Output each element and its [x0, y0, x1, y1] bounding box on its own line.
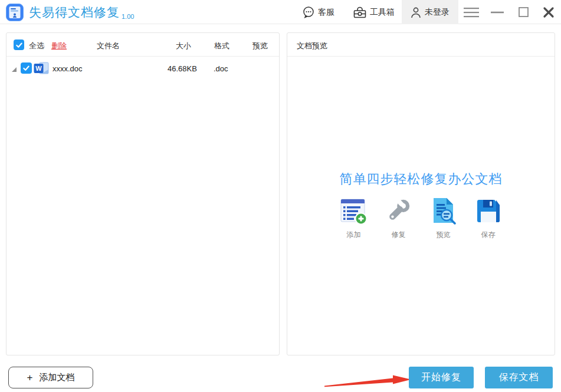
app-version: 1.00 — [122, 13, 134, 20]
check-icon — [22, 64, 31, 73]
file-checkbox[interactable] — [21, 62, 32, 74]
file-row[interactable]: W xxxx.doc 46.68KB .doc — [6, 57, 279, 80]
customer-service-button[interactable]: 客服 — [302, 6, 334, 19]
file-name: xxxx.doc — [53, 64, 83, 73]
customer-service-label: 客服 — [318, 7, 334, 18]
user-icon — [411, 6, 421, 18]
word-file-icon: W — [34, 62, 50, 75]
add-document-button[interactable]: + 添加文档 — [8, 367, 93, 388]
toolbox-icon — [353, 6, 367, 19]
login-status-label: 未登录 — [425, 7, 450, 18]
close-icon — [543, 6, 555, 18]
step-label-save: 保存 — [481, 230, 496, 240]
slogan-text: 简单四步轻松修复办公文档 — [287, 170, 555, 188]
login-status-button[interactable]: 未登录 — [402, 0, 458, 24]
maximize-button[interactable] — [510, 0, 536, 24]
chat-bubble-icon — [302, 6, 315, 19]
file-list-header: 全选 删除 文件名 大小 格式 预览 — [6, 33, 279, 57]
preview-document-icon — [430, 197, 457, 225]
check-icon — [15, 41, 24, 50]
step-repair: 修复 — [385, 197, 413, 240]
minimize-button[interactable] — [484, 0, 510, 24]
app-logo-icon — [6, 4, 24, 21]
hamburger-menu-icon — [463, 6, 480, 18]
file-list-panel: 全选 删除 文件名 大小 格式 预览 W xxxx.doc 46.68KB .d… — [6, 32, 280, 355]
toolbox-button[interactable]: 工具箱 — [353, 6, 395, 19]
preview-panel-header: 文档预览 — [287, 33, 555, 57]
add-document-label: 添加文档 — [39, 372, 74, 383]
step-add: 添加 — [340, 197, 368, 240]
steps-row: 添加 修复 — [287, 197, 555, 240]
start-repair-button[interactable]: 开始修复 — [409, 367, 474, 388]
select-all-checkbox[interactable] — [14, 39, 24, 50]
add-document-icon — [340, 197, 368, 225]
app-title: 失易得文档修复 — [29, 4, 120, 21]
select-all-label[interactable]: 全选 — [29, 41, 44, 51]
red-arrow-annotation — [319, 371, 416, 390]
svg-text:W: W — [35, 65, 42, 72]
preview-panel: 文档预览 简单四步轻松修复办公文档 添加 — [287, 32, 555, 355]
repair-wrench-icon — [385, 197, 412, 225]
save-floppy-icon — [475, 197, 502, 225]
toolbox-label: 工具箱 — [370, 7, 395, 18]
column-format: 格式 — [214, 41, 229, 51]
brand: 失易得文档修复 1.00 — [6, 0, 134, 24]
file-size: 46.68KB — [168, 64, 197, 73]
menu-button[interactable] — [458, 0, 484, 24]
file-format: .doc — [214, 64, 228, 73]
titlebar: 失易得文档修复 1.00 客服 工具箱 未登录 — [0, 0, 561, 24]
step-label-repair: 修复 — [392, 230, 406, 240]
column-size: 大小 — [176, 41, 191, 51]
maximize-icon — [517, 6, 530, 18]
delete-link[interactable]: 删除 — [51, 41, 67, 51]
preview-panel-title: 文档预览 — [297, 41, 327, 51]
step-save: 保存 — [474, 197, 503, 240]
step-label-add: 添加 — [347, 230, 361, 240]
expander-triangle-icon[interactable] — [12, 67, 17, 72]
minimize-icon — [490, 6, 505, 18]
save-document-button[interactable]: 保存文档 — [485, 367, 553, 388]
titlebar-actions: 客服 工具箱 未登录 — [302, 0, 561, 24]
step-preview: 预览 — [429, 197, 458, 240]
column-preview: 预览 — [252, 41, 268, 51]
step-label-preview: 预览 — [437, 230, 451, 240]
plus-icon: + — [27, 372, 33, 384]
column-filename: 文件名 — [97, 41, 120, 51]
close-button[interactable] — [536, 0, 561, 24]
